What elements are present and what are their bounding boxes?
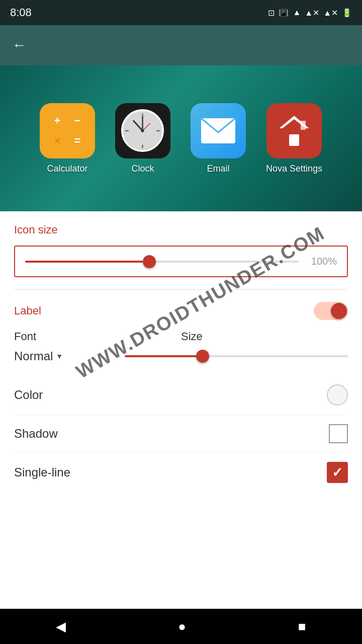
dropdown-arrow-icon: ▼ — [56, 352, 63, 360]
label-section: Label Font Size Normal ▼ Color — [0, 290, 362, 504]
shadow-checkbox[interactable] — [329, 424, 348, 443]
svg-rect-13 — [301, 121, 306, 130]
svg-rect-12 — [289, 134, 299, 146]
clock-label: Clock — [131, 164, 154, 174]
shadow-label: Shadow — [14, 427, 58, 441]
font-dropdown-text: Normal — [14, 349, 53, 363]
color-row: Color — [14, 375, 348, 415]
label-toggle[interactable] — [314, 302, 348, 320]
color-circle-toggle[interactable] — [327, 384, 348, 406]
font-size-header-row: Font Size — [14, 330, 348, 343]
calc-minus: − — [69, 114, 86, 127]
font-dropdown-row: Normal ▼ — [14, 349, 348, 363]
font-label: Font — [14, 330, 181, 343]
icon-size-slider-container[interactable]: 100% — [14, 246, 348, 277]
single-line-checkbox[interactable]: ✓ — [327, 462, 348, 483]
icon-size-slider-track[interactable] — [25, 261, 299, 263]
label-row: Label — [14, 302, 348, 320]
icon-size-slider-fill — [25, 261, 143, 263]
single-line-row: Single-line ✓ — [14, 453, 348, 492]
nav-recent-button[interactable]: ■ — [298, 619, 306, 634]
font-dropdown[interactable]: Normal ▼ — [14, 349, 115, 363]
status-bar: 8:08 ⊡ 📳 ▲ ▲✕ ▲✕ 🔋 — [0, 0, 362, 25]
email-label: Email — [207, 164, 229, 174]
status-time: 8:08 — [10, 6, 32, 19]
nova-settings-icon[interactable] — [266, 103, 322, 158]
single-line-label: Single-line — [14, 465, 70, 479]
svg-point-8 — [141, 129, 144, 132]
email-svg — [200, 117, 236, 144]
calc-equals: = — [69, 134, 86, 147]
app-icon-container-nova[interactable]: Nova Settings — [266, 103, 322, 174]
nav-home-button[interactable]: ● — [178, 619, 186, 634]
label-title: Label — [14, 304, 41, 317]
signal-icon: ▲✕ — [305, 8, 319, 18]
clock-face — [121, 109, 164, 152]
back-button[interactable]: ← — [12, 37, 26, 53]
signal2-icon: ▲✕ — [323, 8, 338, 18]
app-icon-container-email[interactable]: Email — [191, 103, 246, 174]
size-slider-thumb[interactable] — [196, 350, 209, 363]
checkmark-icon: ✓ — [332, 465, 343, 480]
size-label: Size — [181, 330, 348, 343]
settings-panel: Icon size 100% Label Font Size Normal — [0, 211, 362, 504]
status-icons: ⊡ 📳 ▲ ▲✕ ▲✕ 🔋 — [268, 8, 352, 18]
header-bar: ← — [0, 25, 362, 65]
icon-size-section: Icon size 100% — [0, 211, 362, 289]
size-slider[interactable] — [125, 355, 348, 357]
screen-record-icon: ⊡ — [268, 8, 275, 18]
color-label: Color — [14, 388, 43, 402]
calc-times: × — [49, 134, 66, 147]
nav-bar: ◀ ● ■ — [0, 609, 362, 644]
battery-icon: 🔋 — [342, 8, 352, 18]
vibrate-icon: 📳 — [279, 8, 289, 18]
nova-settings-label: Nova Settings — [266, 164, 322, 174]
shadow-row: Shadow — [14, 415, 348, 453]
app-icon-container-calculator[interactable]: + − × = Calculator — [40, 103, 95, 174]
calculator-icon[interactable]: + − × = — [40, 103, 95, 158]
calculator-label: Calculator — [47, 164, 87, 174]
clock-icon[interactable] — [115, 103, 170, 158]
icon-size-title: Icon size — [14, 223, 348, 236]
wifi-icon: ▲ — [293, 8, 301, 17]
clock-svg — [123, 111, 162, 151]
icon-size-value: 100% — [307, 256, 337, 267]
nova-svg — [277, 113, 312, 148]
calc-plus: + — [49, 114, 66, 127]
email-icon[interactable] — [191, 103, 246, 158]
nav-back-button[interactable]: ◀ — [56, 619, 66, 634]
app-icon-container-clock[interactable]: Clock — [115, 103, 170, 174]
preview-area: + − × = Calculator — [0, 65, 362, 211]
icon-size-slider-thumb[interactable] — [143, 255, 156, 268]
size-slider-fill — [125, 355, 203, 357]
label-toggle-knob — [331, 303, 347, 319]
